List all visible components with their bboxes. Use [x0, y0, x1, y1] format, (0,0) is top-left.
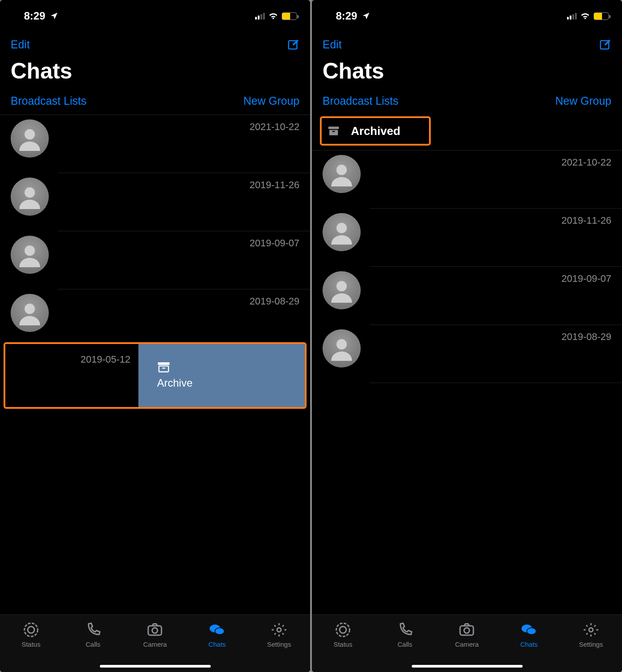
- svg-point-4: [24, 304, 35, 314]
- avatar: [323, 213, 361, 251]
- avatar: [11, 119, 49, 158]
- camera-icon: [146, 622, 164, 638]
- location-icon: [362, 12, 370, 20]
- status-bar: 8:29: [0, 0, 310, 28]
- compose-icon[interactable]: [599, 39, 611, 51]
- chat-date: 2019-11-26: [561, 215, 611, 226]
- chat-list: 2021-10-22 2019-11-26 2019-09-07 2019-08…: [0, 115, 310, 409]
- tab-status[interactable]: Status: [9, 622, 53, 648]
- archive-action[interactable]: Archive: [138, 344, 305, 407]
- svg-point-2: [24, 187, 35, 198]
- svg-point-19: [336, 165, 346, 175]
- tab-calls[interactable]: Calls: [71, 622, 115, 648]
- status-icon: [334, 622, 352, 638]
- chat-date: 2019-05-12: [80, 354, 130, 365]
- svg-point-29: [589, 628, 593, 632]
- status-icons: [255, 12, 297, 20]
- phone-right: 8:29 Edit Chats Broadcast Lists New Grou…: [312, 0, 622, 672]
- tab-chats[interactable]: Chats: [507, 622, 551, 648]
- chat-date: 2019-11-26: [249, 179, 299, 191]
- page-title: Chats: [0, 54, 310, 92]
- home-indicator[interactable]: [412, 665, 523, 668]
- chat-row[interactable]: 2019-09-07: [312, 267, 622, 325]
- avatar: [11, 294, 49, 332]
- svg-point-9: [28, 627, 34, 633]
- chat-row[interactable]: 2021-10-22: [0, 115, 310, 173]
- svg-point-26: [464, 628, 469, 633]
- svg-rect-17: [329, 130, 338, 135]
- tab-bar: Status Calls Camera Chats Settings: [312, 614, 622, 672]
- battery-icon: [594, 12, 609, 20]
- tab-settings[interactable]: Settings: [569, 622, 613, 648]
- svg-point-24: [339, 627, 346, 633]
- new-group-link[interactable]: New Group: [555, 95, 611, 107]
- chat-row[interactable]: 2019-08-29: [312, 325, 622, 383]
- wifi-icon: [580, 12, 590, 20]
- cellular-icon: [255, 12, 265, 20]
- compose-icon[interactable]: [287, 39, 299, 51]
- broadcast-lists-link[interactable]: Broadcast Lists: [323, 95, 398, 107]
- status-bar: 8:29: [312, 0, 622, 28]
- svg-rect-5: [158, 362, 169, 365]
- home-indicator[interactable]: [100, 665, 211, 668]
- avatar: [11, 236, 49, 274]
- wifi-icon: [268, 12, 278, 20]
- tab-chats[interactable]: Chats: [195, 622, 239, 648]
- svg-point-13: [215, 628, 224, 635]
- edit-button[interactable]: Edit: [323, 38, 342, 51]
- chat-date: 2019-09-07: [561, 273, 611, 285]
- archive-icon: [157, 362, 170, 372]
- new-group-link[interactable]: New Group: [244, 95, 299, 107]
- svg-rect-18: [332, 131, 335, 132]
- tab-camera[interactable]: Camera: [445, 622, 489, 648]
- chat-date: 2019-09-07: [249, 237, 299, 249]
- chat-row[interactable]: 2019-09-07: [0, 231, 310, 289]
- cellular-icon: [567, 12, 577, 20]
- svg-point-14: [277, 628, 281, 632]
- chat-row[interactable]: 2019-11-26: [312, 209, 622, 267]
- tab-bar: Status Calls Camera Chats Settings: [0, 614, 310, 672]
- chat-list: 2021-10-22 2019-11-26 2019-09-07 2019-08…: [312, 150, 622, 383]
- archive-label: Archive: [157, 377, 193, 389]
- tab-settings[interactable]: Settings: [257, 622, 301, 648]
- svg-point-1: [24, 129, 35, 139]
- chat-row[interactable]: 2019-11-26: [0, 173, 310, 231]
- chat-date: 2019-08-29: [561, 331, 611, 343]
- swipe-row[interactable]: 2019-05-12 Archive: [4, 342, 307, 409]
- phone-left: 8:29 Edit Chats Broadcast Lists New Grou…: [0, 0, 310, 672]
- svg-point-20: [336, 223, 346, 233]
- svg-rect-16: [328, 126, 339, 129]
- svg-point-11: [152, 628, 157, 633]
- chat-date: 2019-08-29: [249, 296, 299, 307]
- avatar: [11, 178, 49, 216]
- archive-icon: [328, 126, 339, 136]
- gear-icon: [270, 622, 288, 638]
- chats-icon: [208, 622, 226, 638]
- archived-label: Archived: [351, 124, 400, 138]
- swipe-content: 2019-05-12: [5, 344, 138, 407]
- tab-calls[interactable]: Calls: [383, 622, 427, 648]
- phone-icon: [84, 622, 102, 638]
- svg-point-21: [336, 281, 346, 291]
- tab-status[interactable]: Status: [321, 622, 365, 648]
- broadcast-lists-link[interactable]: Broadcast Lists: [11, 95, 87, 107]
- svg-point-3: [24, 245, 35, 256]
- location-icon: [50, 12, 59, 20]
- svg-point-28: [527, 628, 536, 635]
- chats-icon: [520, 622, 538, 638]
- avatar: [323, 155, 361, 193]
- svg-rect-7: [162, 368, 165, 368]
- chat-date: 2021-10-22: [561, 157, 611, 168]
- tab-camera[interactable]: Camera: [133, 622, 177, 648]
- avatar: [323, 329, 361, 368]
- chat-row[interactable]: 2021-10-22: [312, 150, 622, 209]
- status-icons: [567, 12, 609, 20]
- phone-icon: [396, 622, 414, 638]
- status-icon: [22, 622, 40, 638]
- edit-button[interactable]: Edit: [11, 38, 30, 51]
- archived-row[interactable]: Archived: [320, 116, 431, 146]
- chat-row[interactable]: 2019-08-29: [0, 289, 310, 340]
- svg-point-23: [336, 623, 350, 636]
- svg-point-22: [336, 339, 346, 349]
- gear-icon: [582, 622, 600, 638]
